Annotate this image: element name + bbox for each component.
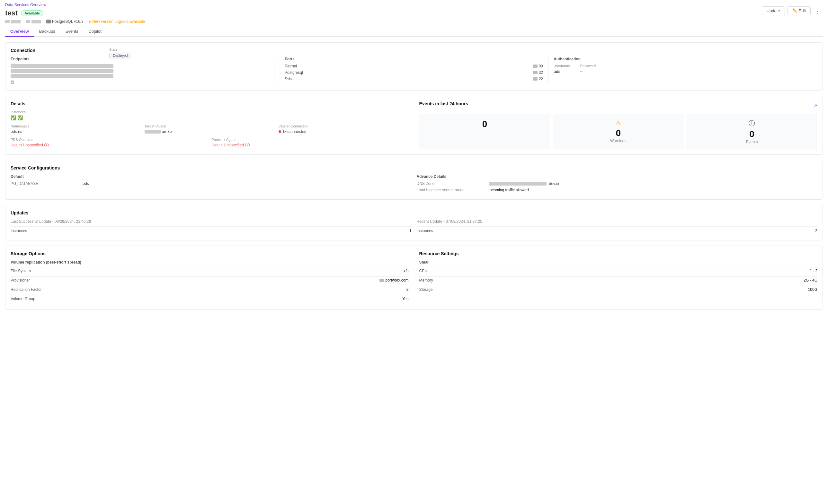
storage-val: 100G [808, 287, 817, 292]
service-grid: Default PG_DATABASE pds Advance Details … [11, 174, 817, 194]
replication-row: Replication Factor 2 [11, 286, 409, 293]
connection-title: Connection [11, 48, 817, 53]
breadcrumb[interactable]: Data Services Overview [5, 3, 823, 7]
lb-row: Load balancer source range Incoming traf… [417, 188, 818, 192]
edit-pencil-icon: ✏️ [792, 8, 797, 13]
recent-update-label: Recent Update - 07/03/2024, 21:37:25 [417, 219, 818, 224]
lb-key: Load balancer source range [417, 188, 481, 192]
namespace-meta [5, 20, 20, 24]
service-config-title: Service Configurations [11, 165, 817, 171]
provisioner-row: Provisioner portworx.com [11, 276, 409, 284]
cluster-connection-label: Cluster Connection [279, 124, 409, 128]
target-cluster-detail: Target Cluster an-35 [144, 124, 275, 134]
warnings-label: Warnings [610, 139, 626, 143]
pg-database-val: pds [83, 181, 89, 186]
health-warning-icon-2: i [245, 143, 250, 147]
tab-overview[interactable]: Overview [5, 26, 34, 37]
ports-label: Ports [285, 57, 543, 61]
sshd-label: Sshd [285, 77, 293, 81]
total-events-card: 0 [419, 114, 550, 149]
port-icon-3 [533, 77, 538, 81]
db-icon [46, 19, 51, 24]
storage-resource-section: Storage Options Volume replication (best… [5, 245, 823, 310]
tab-copilot[interactable]: Copilot [83, 26, 106, 37]
cpu-row: CPU 1 - 2 [419, 267, 818, 274]
storage-title: Storage Options [11, 251, 409, 256]
upgrade-notice[interactable]: ● New version upgrade available [89, 19, 145, 24]
sshd-port: 22 [533, 77, 543, 81]
memory-key: Memory [419, 278, 433, 282]
last-update-col: Last Successful Update - 06/28/2024, 23:… [11, 219, 412, 235]
pds-operator-health-value: Health Unspecified i [11, 143, 208, 147]
events-count-value: 0 [692, 129, 812, 139]
auth-col: Authentication Username pds Password – [548, 57, 817, 85]
recent-instances-row: Instances 2 [417, 226, 818, 235]
auth-row: Username pds Password – [553, 64, 817, 74]
target-cluster-value: an-35 [144, 129, 275, 134]
server-icon [5, 20, 10, 23]
volume-group-key: Volume Group [11, 296, 35, 301]
upgrade-label: New version upgrade available [92, 19, 145, 24]
agent-meta [26, 20, 41, 24]
pds-operator-health: PDS Operator Health Unspecified i [11, 138, 208, 147]
endpoint-1 [11, 64, 269, 68]
last-update-label: Last Successful Update - 06/28/2024, 23:… [11, 219, 412, 224]
provisioner-val: portworx.com [379, 278, 408, 282]
total-events-value: 0 [424, 119, 545, 129]
details-events-section: Details Instances ✅ ✅ Namespace pds-ns [5, 96, 823, 155]
port-icon [533, 64, 538, 68]
warnings-value: 0 [558, 128, 678, 138]
username-value: pds [553, 69, 561, 74]
state-label: State [109, 47, 131, 51]
cluster-connection-detail: Cluster Connection Disconnected [279, 124, 409, 134]
status-badge: Available [21, 10, 43, 16]
provisioner-key: Provisioner [11, 278, 30, 282]
username-label: Username [553, 64, 570, 68]
details-panel: Details Instances ✅ ✅ Namespace pds-ns [11, 101, 414, 149]
last-instances-row: Instances 1 [11, 226, 412, 235]
details-title: Details [11, 101, 409, 106]
password-value: – [580, 69, 583, 74]
storage-panel: Storage Options Volume replication (best… [11, 251, 414, 304]
size-label: Small [419, 260, 818, 265]
file-system-row: File System xfs [11, 267, 409, 274]
volume-group-val: Yes [402, 296, 409, 301]
warning-icon: ⚠ [558, 119, 678, 127]
copy-icon[interactable]: ⧉ [11, 79, 14, 85]
state-badge: Deployed [109, 53, 131, 58]
tab-events[interactable]: Events [60, 26, 84, 37]
more-options-button[interactable]: ⋮ [813, 7, 822, 14]
updates-title: Updates [11, 210, 817, 216]
password-field: Password – [580, 64, 596, 74]
agent-value [32, 20, 41, 24]
events-grid: 0 ⚠ 0 Warnings ⓘ 0 Events [419, 114, 818, 149]
edit-label: Edit [799, 8, 806, 13]
namespace-value [11, 20, 20, 24]
cpu-key: CPU [419, 269, 427, 273]
cluster-connection-value: Disconnected [279, 129, 409, 134]
portworx-agent-health-value: Health Unspecified i [211, 143, 408, 147]
auth-label: Authentication [553, 57, 817, 61]
password-label: Password [580, 64, 596, 68]
service-config-section: Service Configurations Default PG_DATABA… [5, 160, 823, 200]
tab-backups[interactable]: Backups [34, 26, 60, 37]
memory-row: Memory 2G - 4G [419, 276, 818, 284]
info-icon: ⓘ [692, 119, 812, 128]
advance-config: Advance Details DNS Zone -dev.io Load ba… [417, 174, 818, 194]
dns-zone-row: DNS Zone -dev.io [417, 181, 818, 186]
state-row: State Deployed [109, 47, 131, 58]
events-panel: Events in last 24 hours ↗ 0 ⚠ 0 Warnings [414, 101, 818, 149]
patroni-label: Patroni [285, 64, 297, 68]
file-system-key: File System [11, 269, 31, 273]
replication-key: Replication Factor [11, 287, 42, 292]
last-instances-key: Instances [11, 229, 27, 233]
endpoint-3 [11, 74, 269, 78]
update-button[interactable]: Update [762, 6, 785, 15]
external-link-icon[interactable]: ↗ [814, 103, 817, 108]
pds-operator-label: PDS Operator [11, 138, 208, 142]
port-postgresql: Postgresql 32 [285, 70, 543, 75]
ports-col: Ports Patroni 09 Postgresql 32 [280, 57, 548, 85]
upgrade-dot-icon: ● [89, 19, 91, 24]
namespace-detail: Namespace pds-ns [11, 124, 141, 134]
edit-button[interactable]: ✏️ Edit [788, 6, 811, 15]
